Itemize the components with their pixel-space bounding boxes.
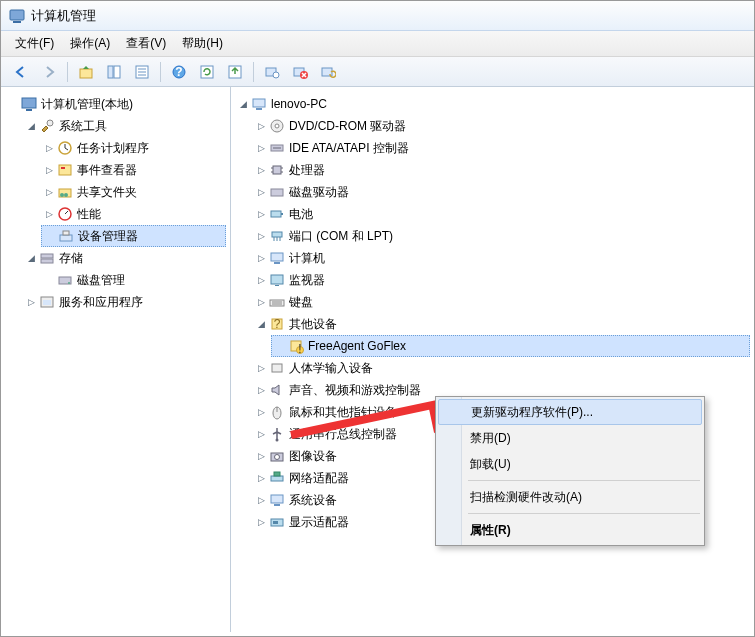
expand-icon[interactable]: ▷ bbox=[255, 186, 267, 198]
svg-point-69 bbox=[276, 439, 279, 442]
ctx-update-driver[interactable]: 更新驱动程序软件(P)... bbox=[438, 399, 702, 425]
keyboard-icon bbox=[269, 294, 285, 310]
device-battery[interactable]: ▷电池 bbox=[253, 203, 750, 225]
disk-drive-icon bbox=[269, 184, 285, 200]
device-tree-pane: ◢ lenovo-PC ▷DVD/CD-ROM 驱动器 ▷IDE ATA/ATA… bbox=[231, 87, 754, 632]
tree-label: 鼠标和其他指针设备 bbox=[289, 404, 397, 421]
update-driver-button[interactable] bbox=[316, 60, 340, 84]
svg-rect-1 bbox=[13, 21, 21, 23]
tree-label: 服务和应用程序 bbox=[59, 294, 143, 311]
ctx-properties[interactable]: 属性(R) bbox=[438, 517, 702, 543]
ctx-uninstall[interactable]: 卸载(U) bbox=[438, 451, 702, 477]
tree-disk-mgmt[interactable]: 磁盘管理 bbox=[41, 269, 226, 291]
menu-action[interactable]: 操作(A) bbox=[62, 31, 118, 56]
expand-icon[interactable]: ▷ bbox=[43, 164, 55, 176]
svg-rect-2 bbox=[80, 69, 92, 78]
clock-icon bbox=[57, 140, 73, 156]
expand-icon[interactable]: ▷ bbox=[43, 186, 55, 198]
computer-icon bbox=[251, 96, 267, 112]
tree-device-manager[interactable]: 设备管理器 bbox=[41, 225, 226, 247]
device-keyboard[interactable]: ▷键盘 bbox=[253, 291, 750, 313]
shared-folder-icon bbox=[57, 184, 73, 200]
expand-icon[interactable]: ▷ bbox=[255, 274, 267, 286]
show-hide-tree-button[interactable] bbox=[102, 60, 126, 84]
tree-event-viewer[interactable]: ▷ 事件查看器 bbox=[41, 159, 226, 181]
svg-point-14 bbox=[273, 72, 279, 78]
expand-icon[interactable]: ▷ bbox=[255, 142, 267, 154]
svg-rect-36 bbox=[253, 99, 265, 107]
toolbar-separator bbox=[253, 62, 254, 82]
expand-icon[interactable]: ▷ bbox=[255, 164, 267, 176]
expand-icon[interactable]: ▷ bbox=[255, 208, 267, 220]
tree-label: 性能 bbox=[77, 206, 101, 223]
menu-view[interactable]: 查看(V) bbox=[118, 31, 174, 56]
expand-icon[interactable]: ▷ bbox=[255, 120, 267, 132]
expander-icon[interactable] bbox=[7, 98, 19, 110]
device-root[interactable]: ◢ lenovo-PC bbox=[235, 93, 750, 115]
tree-services-apps[interactable]: ▷ 服务和应用程序 bbox=[23, 291, 226, 313]
expand-icon[interactable]: ▷ bbox=[255, 362, 267, 374]
tree-label: 监视器 bbox=[289, 272, 325, 289]
scan-hardware-button[interactable] bbox=[260, 60, 284, 84]
expand-icon[interactable]: ▷ bbox=[255, 384, 267, 396]
menu-item-label: 属性(R) bbox=[470, 522, 511, 539]
device-disk-drives[interactable]: ▷磁盘驱动器 bbox=[253, 181, 750, 203]
expand-icon[interactable]: ▷ bbox=[255, 252, 267, 264]
tree-label: 端口 (COM 和 LPT) bbox=[289, 228, 393, 245]
device-other[interactable]: ◢?其他设备 bbox=[253, 313, 750, 335]
expand-icon[interactable]: ▷ bbox=[255, 450, 267, 462]
tree-label: 图像设备 bbox=[289, 448, 337, 465]
device-monitor[interactable]: ▷监视器 bbox=[253, 269, 750, 291]
back-button[interactable] bbox=[9, 60, 33, 84]
tree-root-local[interactable]: 计算机管理(本地) bbox=[5, 93, 226, 115]
device-ports[interactable]: ▷端口 (COM 和 LPT) bbox=[253, 225, 750, 247]
expand-icon[interactable]: ▷ bbox=[255, 230, 267, 242]
menu-file[interactable]: 文件(F) bbox=[7, 31, 62, 56]
tree-system-tools[interactable]: ◢ 系统工具 bbox=[23, 115, 226, 137]
collapse-icon[interactable]: ◢ bbox=[255, 318, 267, 330]
properties-button[interactable] bbox=[130, 60, 154, 84]
svg-point-33 bbox=[68, 282, 70, 284]
expand-icon[interactable]: ▷ bbox=[255, 472, 267, 484]
expand-icon[interactable]: ▷ bbox=[255, 406, 267, 418]
svg-rect-58 bbox=[270, 300, 284, 306]
help-button[interactable]: ? bbox=[167, 60, 191, 84]
tree-task-scheduler[interactable]: ▷ 任务计划程序 bbox=[41, 137, 226, 159]
expand-icon[interactable]: ▷ bbox=[43, 208, 55, 220]
ctx-scan-hardware[interactable]: 扫描检测硬件改动(A) bbox=[438, 484, 702, 510]
collapse-icon[interactable]: ◢ bbox=[25, 252, 37, 264]
svg-rect-4 bbox=[114, 66, 120, 78]
uninstall-device-button[interactable] bbox=[288, 60, 312, 84]
up-button[interactable] bbox=[74, 60, 98, 84]
device-dvd[interactable]: ▷DVD/CD-ROM 驱动器 bbox=[253, 115, 750, 137]
device-computer[interactable]: ▷计算机 bbox=[253, 247, 750, 269]
expand-icon[interactable]: ▷ bbox=[255, 494, 267, 506]
forward-button[interactable] bbox=[37, 60, 61, 84]
collapse-icon[interactable]: ◢ bbox=[237, 98, 249, 110]
tree-performance[interactable]: ▷ 性能 bbox=[41, 203, 226, 225]
refresh-button[interactable] bbox=[195, 60, 219, 84]
expand-icon[interactable]: ▷ bbox=[255, 296, 267, 308]
expand-icon[interactable]: ▷ bbox=[25, 296, 37, 308]
collapse-icon[interactable]: ◢ bbox=[25, 120, 37, 132]
storage-icon bbox=[39, 250, 55, 266]
expand-icon[interactable]: ▷ bbox=[255, 428, 267, 440]
tree-storage[interactable]: ◢ 存储 bbox=[23, 247, 226, 269]
device-hid[interactable]: ▷人体学输入设备 bbox=[253, 357, 750, 379]
svg-rect-57 bbox=[275, 285, 279, 286]
expand-icon[interactable]: ▷ bbox=[255, 516, 267, 528]
display-adapter-icon bbox=[269, 514, 285, 530]
menu-help[interactable]: 帮助(H) bbox=[174, 31, 231, 56]
device-other-freeagent[interactable]: !FreeAgent GoFlex bbox=[271, 335, 750, 357]
expand-icon[interactable]: ▷ bbox=[43, 142, 55, 154]
other-device-icon: ? bbox=[269, 316, 285, 332]
svg-rect-18 bbox=[22, 98, 36, 108]
context-menu-separator bbox=[468, 480, 700, 481]
menu-item-label: 扫描检测硬件改动(A) bbox=[470, 489, 582, 506]
ctx-disable[interactable]: 禁用(D) bbox=[438, 425, 702, 451]
camera-icon bbox=[269, 448, 285, 464]
device-ide[interactable]: ▷IDE ATA/ATAPI 控制器 bbox=[253, 137, 750, 159]
tree-shared-folders[interactable]: ▷ 共享文件夹 bbox=[41, 181, 226, 203]
device-cpu[interactable]: ▷处理器 bbox=[253, 159, 750, 181]
export-button[interactable] bbox=[223, 60, 247, 84]
